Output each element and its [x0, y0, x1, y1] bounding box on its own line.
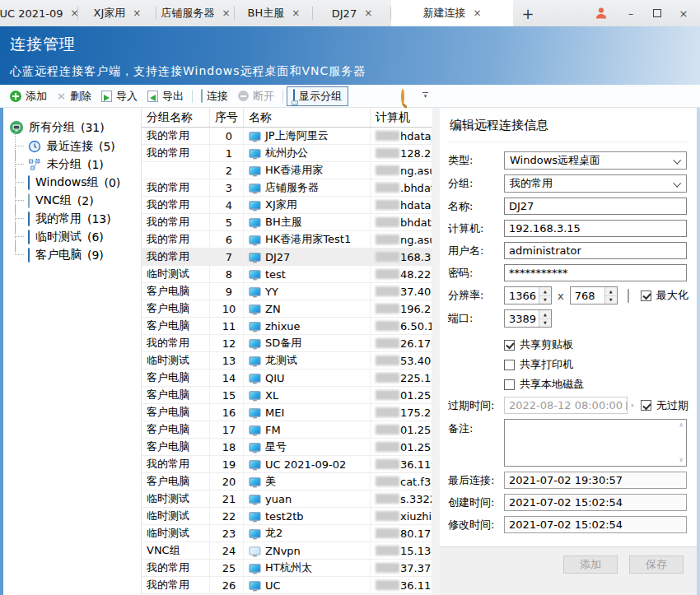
share-disk-checkbox[interactable] — [504, 379, 515, 390]
user-account-button[interactable] — [585, 0, 618, 26]
share-disk-label: 共享本地磁盘 — [520, 377, 584, 392]
tab[interactable]: 店铺服务器 × — [156, 0, 235, 26]
port-value: 3389 — [505, 310, 539, 327]
delete-button[interactable]: × 删除 — [52, 87, 96, 105]
spin-up-icon[interactable]: ▲ — [605, 287, 617, 296]
table-row[interactable]: 我的常用 7 DJ27 168.3.15 — [142, 249, 432, 266]
column-header-index[interactable]: 序号 — [210, 108, 244, 127]
table-row[interactable]: 客户电脑 17 FM 01.255.2 — [142, 421, 432, 439]
minimize-button[interactable]: – — [618, 0, 644, 26]
table-row[interactable]: 2 HK香港用家 ng.asusc — [142, 162, 432, 179]
maximize-button[interactable] — [644, 0, 670, 26]
spin-up-icon[interactable]: ▲ — [539, 287, 551, 296]
main-area: 所有分组 (31) 最近连接 (5) — [0, 108, 700, 595]
spin-down-icon[interactable]: ▼ — [605, 296, 617, 304]
tab[interactable]: XJ家用 × — [78, 0, 156, 26]
spin-down-icon[interactable]: ▼ — [539, 319, 551, 328]
table-scrollbar[interactable] — [432, 108, 440, 595]
table-row[interactable]: 我的常用 26 UC 36.119.9 — [142, 577, 432, 594]
tab-close-icon[interactable]: × — [292, 7, 300, 19]
share-clipboard-checkbox[interactable] — [504, 340, 515, 351]
table-row[interactable]: 客户电脑 9 YY 37.40.22 — [142, 283, 432, 300]
show-groups-toggle[interactable]: 显示分组 — [287, 86, 348, 106]
table-row[interactable]: 我的常用 4 XJ家用 hdata.co — [142, 197, 432, 214]
table-row[interactable]: 客户电脑 20 美 cat.f332 — [142, 473, 432, 490]
sidebar-item-ungrouped[interactable]: 未分组 (1) — [3, 156, 141, 174]
sidebar-item-my-favorites[interactable]: 我的常用 (13) — [3, 210, 141, 228]
new-tab-button[interactable]: + — [513, 0, 543, 26]
connect-button[interactable]: 连接 — [196, 87, 233, 105]
sidebar-item-recent[interactable]: 最近连接 (5) — [3, 137, 141, 156]
resolution-width-stepper[interactable]: 1366 ▲▼ — [504, 286, 552, 304]
sidebar-item-all-groups[interactable]: 所有分组 (31) — [3, 118, 141, 137]
note-scroll-up-icon[interactable]: ∧ — [679, 422, 684, 429]
table-row[interactable]: 我的常用 19 UC 2021-09-02 36.119.9 — [142, 456, 432, 473]
share-printer-checkbox[interactable] — [504, 360, 515, 370]
table-row[interactable]: 临时测试 13 龙测试 53.40.22 — [142, 352, 432, 370]
table-row[interactable]: 我的常用 12 SD备用 26.170.1 — [142, 335, 432, 352]
group-select[interactable]: 我的常用 — [504, 174, 687, 193]
tab-close-icon[interactable]: × — [222, 7, 230, 19]
tab[interactable]: BH主服 × — [235, 0, 313, 26]
cell-name: HK香港用家Test1 — [244, 231, 371, 248]
table-row[interactable]: 客户电脑 10 ZN 196.223. — [142, 300, 432, 318]
toolbar-overflow-button[interactable]: ▾ — [422, 92, 428, 99]
column-header-group[interactable]: 分组名称 — [142, 108, 210, 127]
table-row[interactable]: 我的常用 1 杭州办公 128.231. — [142, 145, 432, 162]
redacted-blur — [376, 252, 399, 262]
resolution-height-stepper[interactable]: 768 ▲▼ — [570, 286, 618, 304]
table-row[interactable]: 临时测试 8 test 48.222.9 — [142, 266, 432, 283]
column-header-name[interactable]: 名称 — [244, 108, 371, 127]
table-row[interactable]: 客户电脑 11 zhixue 6.50.170 — [142, 318, 432, 335]
table-row[interactable]: 我的常用 5 BH主服 bhdata.c — [142, 214, 432, 231]
tab[interactable]: DJ27 × — [313, 0, 391, 26]
redacted-blur — [376, 407, 399, 417]
expire-datetime-picker[interactable]: 2022-08-12 08:00:00 ▾ — [504, 397, 628, 414]
tab-close-icon[interactable]: × — [473, 7, 481, 19]
export-button[interactable]: 导出 — [142, 87, 189, 105]
port-stepper[interactable]: 3389 ▲▼ — [504, 309, 552, 328]
table-row[interactable]: 我的常用 6 HK香港用家Test1 ng.asusc — [142, 231, 432, 249]
import-button[interactable]: 导入 — [96, 87, 142, 105]
sidebar-item-count: (9) — [87, 249, 104, 262]
tab[interactable]: 新建连接 × — [391, 0, 513, 26]
tab-close-icon[interactable]: × — [133, 7, 141, 19]
column-header-computer[interactable]: 计算机 — [371, 108, 432, 127]
close-window-button[interactable]: × — [670, 0, 697, 26]
cell-index: 16 — [210, 404, 244, 421]
no-expire-checkbox[interactable] — [641, 400, 651, 411]
username-input[interactable] — [504, 242, 687, 259]
table-row[interactable]: 客户电脑 16 MEI 175.249. — [142, 404, 432, 421]
sidebar-item-windows-group[interactable]: Windows组 (0) — [3, 174, 141, 192]
spin-down-icon[interactable]: ▼ — [539, 296, 551, 304]
type-select[interactable]: Windows远程桌面 — [504, 151, 687, 170]
table-row[interactable]: VNC组 24 ZNvpn 15.134.3 — [142, 542, 432, 560]
table-row[interactable]: 客户电脑 18 星号 01.255.9 — [142, 439, 432, 456]
sidebar-item-vnc-group[interactable]: VNC组 (2) — [3, 192, 141, 210]
password-input[interactable] — [504, 264, 687, 281]
spin-up-icon[interactable]: ▲ — [539, 310, 551, 319]
tab[interactable]: UC 2021-09 × — [0, 0, 78, 26]
table-row[interactable]: 客户电脑 14 QIU 225.140. — [142, 370, 432, 387]
table-row[interactable]: 临时测试 22 test2tb xiuzhifu — [142, 508, 432, 525]
save-button[interactable]: 保存 — [629, 555, 684, 574]
tab-close-icon[interactable]: × — [364, 7, 372, 19]
note-textarea[interactable]: ∧ ∨ — [504, 419, 687, 467]
add-button[interactable]: 添加 — [5, 87, 52, 105]
table-row[interactable]: 我的常用 3 店铺服务器 .bhdata. — [142, 179, 432, 197]
table-row[interactable]: 我的常用 25 HT杭州太 37.37.44 — [142, 560, 432, 577]
disconnect-button[interactable]: 断开 — [233, 87, 279, 105]
note-scroll-down-icon[interactable]: ∨ — [679, 457, 684, 463]
maximize-checkbox[interactable] — [641, 291, 651, 301]
table-row[interactable]: 临时测试 21 yuan s.3322.n — [142, 490, 432, 508]
table-row[interactable]: 我的常用 0 JP上海阿里云 hdata.co — [142, 128, 432, 145]
search-button[interactable] — [401, 91, 404, 103]
table-row[interactable]: 客户电脑 15 XL 01.255.2 — [142, 387, 432, 404]
table-row[interactable]: 临时测试 23 龙2 80.17.13 — [142, 525, 432, 542]
sidebar-item-temp-test[interactable]: 临时测试 (6) — [3, 228, 141, 246]
add-connection-button[interactable]: 添加 — [563, 555, 618, 574]
sidebar-item-client-pc[interactable]: 客户电脑 (9) — [3, 246, 141, 264]
name-input[interactable] — [504, 198, 687, 215]
cell-computer: 128.231. — [371, 145, 432, 161]
computer-input[interactable] — [504, 220, 687, 237]
